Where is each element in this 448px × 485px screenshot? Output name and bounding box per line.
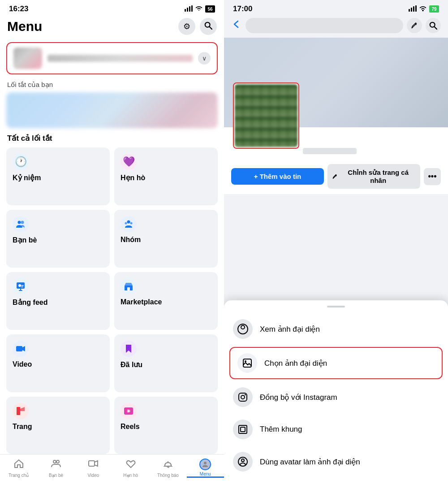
xem-anh-label: Xem ảnh đại diện: [260, 325, 320, 334]
settings-button[interactable]: ⚙: [178, 18, 195, 35]
sheet-item-them-khung[interactable]: Thêm khung: [224, 413, 448, 446]
home-icon: [13, 458, 24, 472]
action-buttons: + Thêm vào tin Chỉnh sửa trang cá nhân •…: [224, 159, 448, 194]
nav-ban-be-label: Bạn bè: [49, 473, 63, 478]
nav-trang-chu-label: Trang chủ: [9, 473, 29, 478]
shortcut-ban-be[interactable]: Bạn bè: [6, 210, 110, 268]
ky-niem-icon: 🕐: [13, 154, 29, 170]
xem-anh-icon: [233, 319, 253, 339]
search-button[interactable]: [200, 18, 217, 35]
status-time-right: 17:00: [233, 4, 252, 13]
more-button[interactable]: •••: [424, 168, 441, 185]
status-icons-right: 79: [409, 5, 439, 13]
svg-line-32: [435, 27, 437, 29]
svg-point-20: [53, 460, 56, 463]
sheet-item-dong-bo[interactable]: Đồng bộ với Instagram: [224, 381, 448, 413]
nav-hen-ho-icon: [125, 458, 136, 472]
nav-hen-ho[interactable]: Hẹn hò: [112, 458, 149, 478]
add-story-button[interactable]: + Thêm vào tin: [231, 168, 324, 185]
nav-video[interactable]: Video: [75, 458, 112, 478]
shortcut-trang[interactable]: Trang: [6, 397, 110, 454]
svg-rect-0: [185, 9, 186, 12]
right-panel: 17:00 79: [224, 0, 448, 485]
edit-profile-button[interactable]: Chỉnh sửa trang cá nhân: [327, 164, 420, 189]
ky-niem-label: Kỷ niệm: [13, 173, 41, 182]
svg-point-6: [18, 221, 21, 224]
sheet-item-xem-anh[interactable]: Xem ảnh đại diện: [224, 313, 448, 345]
sheet-item-dung-avatar[interactable]: Dùng avatar làm ảnh đại diện: [224, 446, 448, 478]
svg-point-34: [241, 325, 245, 329]
nav-thong-bao[interactable]: Thông báo: [149, 458, 186, 478]
reels-label: Reels: [121, 423, 140, 431]
gear-icon: ⚙: [183, 22, 190, 31]
chon-anh-label: Chọn ảnh đại diện: [264, 359, 327, 368]
marketplace-icon: [121, 278, 137, 294]
svg-rect-27: [413, 6, 414, 12]
edit-button[interactable]: [407, 18, 422, 33]
hen-ho-icon: 💜: [121, 154, 137, 170]
profile-name-placeholder: [303, 148, 357, 154]
dung-avatar-icon: [233, 452, 253, 472]
wifi-icon-right: [419, 5, 427, 13]
nav-thong-bao-label: Thông báo: [157, 473, 179, 478]
svg-point-24: [204, 462, 207, 464]
sheet-item-chon-anh[interactable]: Chọn ảnh đại diện: [229, 347, 443, 379]
da-luu-label: Đã lưu: [121, 360, 142, 369]
edit-profile-label: Chỉnh sửa trang cá nhân: [340, 169, 416, 184]
da-luu-icon: [121, 341, 137, 357]
nav-menu[interactable]: Menu: [187, 459, 224, 478]
ban-be-label: Bạn bè: [13, 236, 37, 244]
shortcut-hen-ho[interactable]: 💜 Hẹn hò: [114, 147, 218, 205]
shortcut-da-luu[interactable]: Đã lưu: [114, 334, 218, 392]
svg-point-39: [241, 395, 245, 399]
svg-line-5: [210, 26, 212, 29]
cover-photo: [224, 38, 448, 127]
nav-ban-be[interactable]: Bạn bè: [37, 458, 74, 478]
profile-photo-container: [233, 82, 299, 149]
svg-rect-25: [409, 9, 410, 12]
svg-rect-14: [127, 287, 130, 290]
profile-card[interactable]: ∨: [6, 42, 218, 74]
svg-rect-16: [17, 407, 20, 415]
wifi-icon-left: [195, 5, 203, 13]
shortcuts-label: Lối tắt của bạn: [0, 79, 224, 92]
svg-point-40: [245, 394, 246, 395]
nav-trang-chu[interactable]: Trang chủ: [0, 458, 37, 478]
search-button-right[interactable]: [426, 18, 441, 33]
right-header-icons: [407, 18, 441, 33]
svg-point-8: [127, 221, 130, 224]
shortcut-ky-niem[interactable]: 🕐 Kỷ niệm: [6, 147, 110, 205]
back-button[interactable]: [231, 19, 242, 32]
video-icon: [13, 341, 29, 357]
ban-be-icon: [13, 216, 29, 232]
dong-bo-icon: [233, 387, 253, 407]
svg-rect-3: [191, 5, 193, 12]
shortcut-video[interactable]: Video: [6, 334, 110, 392]
profile-name-blur: [47, 55, 193, 62]
shortcut-reels[interactable]: Reels: [114, 397, 218, 454]
shortcut-bang-feed[interactable]: Bảng feed: [6, 272, 110, 330]
shortcut-marketplace[interactable]: Marketplace: [114, 272, 218, 330]
svg-point-7: [21, 221, 24, 224]
right-header: [224, 16, 448, 38]
status-icons-left: 56: [185, 5, 215, 13]
bang-feed-label: Bảng feed: [13, 298, 47, 307]
svg-rect-2: [189, 6, 190, 12]
nav-ban-be-icon: [51, 458, 61, 472]
svg-point-37: [245, 360, 246, 362]
nav-avatar: [199, 459, 211, 470]
shortcut-nhom[interactable]: Nhóm: [114, 210, 218, 268]
chevron-button[interactable]: ∨: [198, 52, 211, 65]
bang-feed-icon: [13, 278, 29, 294]
shortcuts-grid: 🕐 Kỷ niệm 💜 Hẹn hò Bạn bè: [0, 147, 224, 454]
divider: [224, 194, 448, 198]
svg-rect-26: [411, 8, 412, 12]
profile-photo: [235, 84, 297, 147]
profile-avatar: [13, 48, 42, 69]
bottom-sheet: Xem ảnh đại diện Chọn ảnh đại diện: [224, 300, 448, 485]
status-bar-left: 16:23 56: [0, 0, 224, 16]
marketplace-label: Marketplace: [121, 298, 162, 306]
nav-thong-bao-icon: [163, 458, 173, 472]
svg-rect-1: [187, 8, 188, 12]
them-khung-label: Thêm khung: [260, 425, 302, 434]
